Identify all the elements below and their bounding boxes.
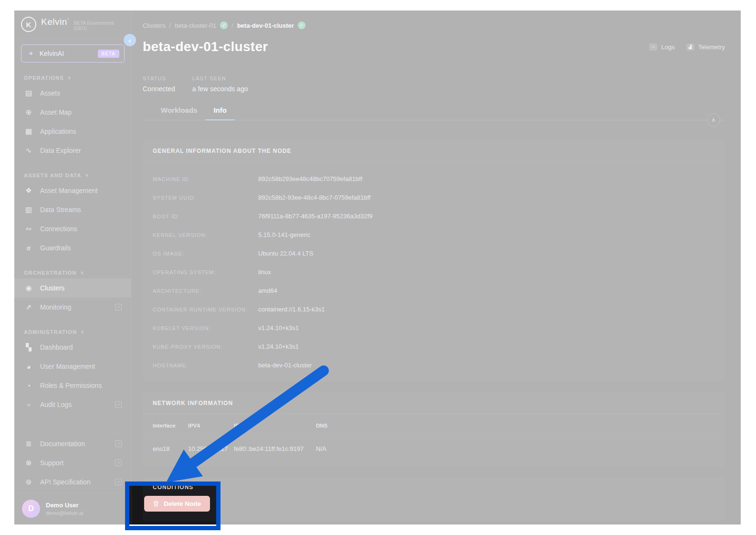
info-label: OPERATING SYSTEM: bbox=[153, 269, 258, 275]
interface-cell: ens18 bbox=[153, 445, 188, 452]
external-link-icon: ↗ bbox=[115, 440, 122, 447]
code-icon: ‹› bbox=[24, 402, 33, 407]
sidebar-item-label: User Management bbox=[40, 363, 95, 370]
cluster-icon: ◉ bbox=[24, 284, 33, 292]
sidebar-item-label: Data Explorer bbox=[40, 147, 81, 154]
document-icon: ≣ bbox=[24, 439, 33, 448]
general-info-title: GENERAL INFORMATION ABOUT THE NODE bbox=[143, 139, 725, 162]
sidebar-item-label: Clusters bbox=[40, 284, 64, 292]
brand-logo[interactable]: K Kelvin° BETA Environment (DEV) bbox=[14, 11, 131, 39]
section-title: OPERATIONS bbox=[24, 75, 64, 81]
sidebar-item-api-specification[interactable]: ⊚ API Specification ↗ bbox=[14, 472, 131, 492]
sidebar-item-connections[interactable]: ∾ Connections bbox=[14, 219, 131, 238]
sidebar-section-orchestration[interactable]: ORCHESTRATION ∨ bbox=[14, 257, 131, 278]
info-label: ARCHITECTURE: bbox=[153, 288, 258, 294]
sidebar-item-assets[interactable]: ▤ Assets bbox=[14, 84, 131, 103]
telemetry-button[interactable]: ▟ Telemetry bbox=[686, 43, 725, 51]
chevron-down-icon: ∨ bbox=[81, 330, 84, 334]
status-block: STATUS Connected bbox=[143, 75, 175, 93]
last-seen-value: a few seconds ago bbox=[192, 85, 248, 93]
status-value: Connected bbox=[143, 85, 175, 93]
general-info-panel: GENERAL INFORMATION ABOUT THE NODE MACHI… bbox=[143, 139, 725, 381]
chart-icon: ▟ bbox=[686, 43, 694, 51]
info-row: KERNEL VERSION: 5.15.0-141-generic bbox=[153, 225, 715, 244]
sidebar-item-data-streams[interactable]: ▥ Data Streams bbox=[14, 200, 131, 219]
info-value: 5.15.0-141-generic bbox=[258, 231, 310, 238]
chevron-left-icon: ‹ bbox=[129, 36, 131, 44]
api-globe-icon: ⊚ bbox=[24, 478, 33, 486]
sidebar-item-label: Monitoring bbox=[40, 303, 71, 311]
connector-icon: ∾ bbox=[24, 225, 33, 233]
sidebar-item-support[interactable]: ⊗ Support ↗ bbox=[14, 453, 131, 472]
sidebar-item-kelvinai[interactable]: ✦ KelvinAI BETA bbox=[21, 44, 125, 63]
main-content: Clusters / beta-cluster-01 ✓ / beta-dev-… bbox=[132, 11, 741, 524]
info-row: KUBE-PROXY VERSION: v1.24.10+k3s1 bbox=[153, 337, 715, 356]
sidebar-collapse-button[interactable]: ‹ bbox=[124, 34, 136, 46]
chevron-up-icon: ∧ bbox=[712, 117, 716, 123]
last-seen-block: LAST SEEN a few seconds ago bbox=[192, 75, 248, 93]
info-row: KUBELET VERSION: v1.24.10+k3s1 bbox=[153, 319, 715, 337]
sidebar-item-guardrails[interactable]: # Guardrails bbox=[14, 238, 131, 257]
check-icon: ✓ bbox=[220, 21, 228, 29]
network-info-title: NETWORK INFORMATION bbox=[143, 392, 725, 414]
sidebar-item-applications[interactable]: ▦ Applications bbox=[14, 122, 131, 141]
logs-label: Logs bbox=[661, 43, 674, 51]
info-row: CONTAINER RUNTIME VERSION: containerd://… bbox=[153, 300, 715, 319]
sidebar-item-asset-management[interactable]: ❖ Asset Management bbox=[14, 181, 131, 200]
info-label: SYSTEM UUID: bbox=[153, 195, 258, 201]
sparkle-icon: ✦ bbox=[28, 50, 34, 57]
ipv4-cell: 10.250.101.17 bbox=[188, 445, 234, 452]
life-ring-icon: ⊗ bbox=[24, 459, 33, 467]
sidebar-item-roles-permissions[interactable]: ◔ Roles & Permissions bbox=[14, 376, 131, 395]
dns-cell: N/A bbox=[316, 445, 715, 452]
user-profile[interactable]: D Demo User demo@kelvin.ai bbox=[14, 493, 131, 524]
sidebar-section-administration[interactable]: ADMINISTRATION ∨ bbox=[14, 317, 131, 338]
breadcrumb-current: beta-dev-01-cluster bbox=[237, 22, 294, 29]
sidebar-item-documentation[interactable]: ≣ Documentation ↗ bbox=[14, 434, 131, 453]
user-name: Demo User bbox=[46, 502, 83, 509]
info-row: OS IMAGE: Ubuntu 22.04.4 LTS bbox=[153, 244, 715, 263]
check-icon: ✓ bbox=[298, 21, 305, 29]
info-row: SYSTEM UUID: 892c58b2-93ee-48c4-8bc7-075… bbox=[153, 188, 715, 207]
sidebar-section-operations[interactable]: OPERATIONS ∨ bbox=[14, 63, 131, 84]
info-label: MACHINE ID: bbox=[153, 176, 258, 182]
sidebar-item-audit-logs[interactable]: ‹› Audit Logs ↗ bbox=[14, 395, 131, 414]
section-title: ADMINISTRATION bbox=[24, 329, 77, 335]
sidebar-item-asset-map[interactable]: ⊕ Asset Map bbox=[14, 103, 131, 122]
sidebar-item-data-explorer[interactable]: ∿ Data Explorer bbox=[14, 141, 131, 160]
chevron-down-icon: ∨ bbox=[68, 75, 72, 80]
column-header: DNS bbox=[316, 423, 715, 428]
sidebar-item-user-management[interactable]: ◕ User Management bbox=[14, 357, 131, 376]
sidebar-item-dashboard[interactable]: ▚ Dashboard bbox=[14, 338, 131, 357]
kelvin-logo-icon: K bbox=[21, 17, 36, 32]
breadcrumb: Clusters / beta-cluster-01 ✓ / beta-dev-… bbox=[143, 21, 725, 30]
brand-name: Kelvin bbox=[41, 17, 67, 27]
info-row: ARCHITECTURE: amd64 bbox=[153, 281, 715, 300]
info-row: MACHINE ID: 892c58b293ee48c48bc70759efa8… bbox=[153, 170, 715, 188]
fence-icon: # bbox=[24, 244, 33, 252]
info-row: BOOT ID: 76f9111a-8b77-4635-a197-95236a3… bbox=[153, 207, 715, 225]
breadcrumb-cluster[interactable]: beta-cluster-01 bbox=[175, 22, 216, 29]
scroll-top-button[interactable]: ∧ bbox=[707, 113, 720, 127]
section-title: ORCHESTRATION bbox=[24, 270, 77, 276]
info-label: OS IMAGE: bbox=[153, 251, 258, 257]
sidebar-item-monitoring[interactable]: ⇗ Monitoring ↗ bbox=[14, 298, 131, 317]
info-row: HOSTNAME: beta-dev-01-cluster bbox=[153, 356, 715, 374]
info-value: 892c58b293ee48c48bc70759efa81bff bbox=[258, 175, 362, 182]
tab-workloads[interactable]: Workloads bbox=[153, 106, 205, 120]
users-icon: ◕ bbox=[24, 363, 33, 371]
column-header: Interface bbox=[153, 423, 188, 428]
last-seen-label: LAST SEEN bbox=[192, 75, 248, 81]
info-value: 76f9111a-8b77-4635-a197-95236a3d32f9 bbox=[258, 213, 373, 220]
sidebar-item-clusters[interactable]: ◉ Clusters bbox=[14, 278, 131, 298]
breadcrumb-clusters[interactable]: Clusters bbox=[143, 22, 166, 29]
column-header: IPV6 bbox=[234, 423, 316, 428]
sidebar-item-label: Asset Management bbox=[40, 187, 98, 194]
logs-button[interactable]: ‹› Logs bbox=[649, 43, 674, 51]
info-label: KUBE-PROXY VERSION: bbox=[153, 344, 258, 350]
conditions-body: Delete Node bbox=[143, 491, 725, 521]
environment-label: BETA Environment (DEV) bbox=[74, 21, 124, 31]
delete-node-button[interactable]: Delete Node bbox=[144, 496, 210, 512]
sidebar-section-assets-and-data[interactable]: ASSETS AND DATA ∨ bbox=[14, 160, 131, 181]
tab-info[interactable]: Info bbox=[205, 106, 235, 120]
